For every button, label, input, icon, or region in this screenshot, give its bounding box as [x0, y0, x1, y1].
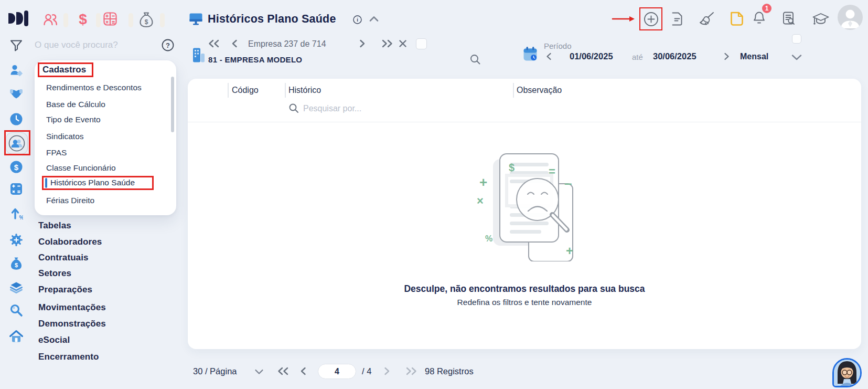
prev-company-button[interactable]: [231, 39, 238, 48]
sidebar-item-colaboradores[interactable]: Colaboradores: [38, 237, 102, 247]
next-company-button[interactable]: [359, 39, 366, 48]
records-count-label: 98 Registros: [425, 366, 474, 376]
assistant-avatar-icon: [834, 360, 860, 386]
gear-icon[interactable]: [9, 233, 23, 247]
page-size-chevron-icon[interactable]: [254, 369, 264, 375]
results-card: Código Histórico Observação: [188, 79, 861, 349]
help-icon[interactable]: ?: [162, 39, 174, 51]
home-icon[interactable]: [9, 330, 23, 343]
submenu-item-tipo-evento[interactable]: Tipo de Evento: [46, 115, 101, 124]
total-pages-label: / 4: [362, 366, 371, 376]
sidebar-item-tabelas[interactable]: Tabelas: [38, 220, 71, 231]
money-bag-module-icon[interactable]: $: [138, 12, 154, 28]
monitor-icon: [189, 13, 203, 26]
submenu-item-fpas[interactable]: FPAS: [46, 148, 67, 157]
assistant-chat-button[interactable]: [832, 358, 862, 387]
note-icon[interactable]: [730, 11, 744, 26]
submenu-item-sindicatos[interactable]: Sindicatos: [46, 132, 84, 141]
filter-icon[interactable]: [9, 38, 23, 52]
broom-icon[interactable]: [699, 10, 715, 27]
building-icon: [192, 47, 206, 63]
handshake-icon[interactable]: [9, 86, 23, 100]
toolbar-separator: [63, 13, 68, 27]
growth-percent-icon[interactable]: %: [9, 207, 23, 220]
annotation-arrow: [612, 15, 637, 23]
add-record-button[interactable]: [644, 12, 659, 27]
submenu-scrollbar[interactable]: [171, 77, 174, 132]
submenu-title-cadastros[interactable]: Cadastros: [42, 65, 86, 75]
table-search-icon: [288, 103, 299, 113]
svg-text:%: %: [485, 234, 492, 243]
next-page-button[interactable]: [383, 367, 391, 375]
avatar-silhouette-icon: [838, 5, 863, 30]
svg-text:$: $: [15, 262, 18, 268]
column-separator: [285, 83, 286, 98]
prev-page-button[interactable]: [299, 367, 307, 375]
submenu-item-classe-funcionario[interactable]: Classe Funcionário: [46, 163, 116, 173]
dollar-circle-icon[interactable]: $: [9, 160, 23, 174]
prev-period-button[interactable]: [545, 52, 552, 60]
company-search-icon[interactable]: [469, 54, 481, 65]
empty-state-title: Desculpe, não encontramos resultados par…: [404, 283, 645, 295]
current-page-input[interactable]: [318, 364, 356, 379]
first-company-button[interactable]: [208, 39, 220, 48]
period-end-date[interactable]: 30/06/2025: [653, 51, 696, 61]
money-bag-rail-icon[interactable]: $: [9, 257, 23, 270]
company-name[interactable]: 81 - EMPRESA MODELO: [208, 55, 302, 64]
column-header-codigo: Código: [232, 86, 259, 95]
sidebar-item-encerramento[interactable]: Encerramento: [38, 352, 99, 362]
column-separator: [513, 83, 514, 98]
page-size-select[interactable]: 30 / Página: [193, 366, 237, 376]
toolbar-separator: [96, 13, 101, 27]
sidebar-item-movimentacoes[interactable]: Movimentações: [38, 302, 106, 313]
document-icon[interactable]: [670, 12, 684, 26]
last-company-button[interactable]: [381, 39, 393, 48]
submenu-item-historicos-plano-saude[interactable]: Históricos Plano Saúde: [50, 178, 135, 187]
dollar-module-icon[interactable]: $: [75, 12, 91, 27]
calculator-rail-icon[interactable]: [9, 182, 23, 196]
first-page-button[interactable]: [277, 367, 290, 375]
page-title: Históricos Plano Saúde: [208, 13, 336, 26]
brand-logo[interactable]: [8, 9, 29, 27]
svg-text:$: $: [14, 163, 19, 172]
card-divider: [188, 122, 861, 122]
period-until-label: até: [632, 52, 643, 61]
next-period-button[interactable]: [723, 52, 730, 60]
empty-state-subtitle: Redefina os filtros e tente novamente: [457, 298, 592, 307]
collapse-header-chevron-icon[interactable]: [369, 15, 379, 23]
period-mode-chevron-icon[interactable]: [791, 54, 802, 61]
search-rail-icon[interactable]: [9, 303, 23, 317]
company-checkbox[interactable]: [416, 38, 427, 49]
submenu-item-ferias-direito[interactable]: Férias Direito: [46, 196, 94, 205]
submenu-item-rendimentos[interactable]: Rendimentos e Descontos: [46, 83, 142, 92]
svg-text:$: $: [509, 162, 515, 173]
empty-state-illustration: $ = + – × % +: [462, 141, 587, 261]
layers-icon[interactable]: [9, 281, 23, 295]
period-mode-select[interactable]: Mensal: [740, 52, 768, 61]
sidebar-search-input[interactable]: [34, 38, 144, 52]
company-pager-label: Empresa 237 de 714: [248, 39, 326, 49]
app-root: $ $ ?: [0, 0, 868, 389]
period-start-date[interactable]: 01/06/2025: [570, 51, 613, 61]
user-settings-icon[interactable]: [9, 64, 23, 77]
submenu-item-base-calculo[interactable]: Base de Cálculo: [46, 100, 105, 109]
sidebar-item-demonstracoes[interactable]: Demonstrações: [38, 319, 106, 329]
graduation-cap-icon[interactable]: [812, 12, 830, 26]
info-icon[interactable]: i: [353, 15, 362, 24]
sidebar-item-esocial[interactable]: eSocial: [38, 335, 70, 345]
sidebar-item-setores[interactable]: Setores: [38, 268, 71, 279]
column-separator: [228, 83, 229, 98]
document-search-icon[interactable]: [781, 11, 796, 26]
period-label: Período: [544, 41, 572, 50]
clear-company-button[interactable]: [399, 39, 407, 48]
user-avatar[interactable]: [838, 5, 863, 30]
people-rail-button[interactable]: [6, 132, 28, 154]
last-page-button[interactable]: [405, 367, 417, 375]
clock-icon[interactable]: [9, 112, 23, 126]
table-search-input[interactable]: [302, 101, 459, 117]
calculator-module-icon[interactable]: [103, 12, 117, 26]
sidebar-item-contratuais[interactable]: Contratuais: [38, 253, 89, 263]
period-checkbox[interactable]: [792, 34, 801, 44]
people-module-icon[interactable]: [42, 12, 58, 27]
sidebar-item-preparacoes[interactable]: Preparações: [38, 285, 92, 295]
